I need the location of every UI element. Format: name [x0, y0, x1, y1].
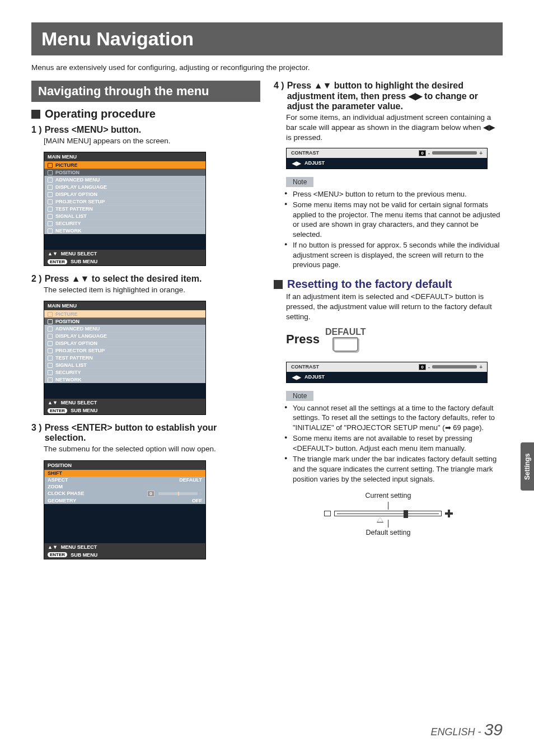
menu-item-label: DISPLAY LANGUAGE: [55, 333, 107, 339]
menu-item-label: PROJECTOR SETUP: [55, 348, 105, 353]
two-columns: Navigating through the menu Operating pr…: [31, 81, 503, 567]
note-item: Some menu items may not be valid for cer…: [286, 200, 503, 239]
step4-title: Press ▲▼ button to highlight the desired…: [287, 81, 503, 111]
submenu-gap: [44, 504, 205, 543]
menu-item-label: SECURITY: [55, 370, 81, 375]
row-key: ASPECT: [48, 477, 68, 483]
submenu-row: ASPECTDEFAULT: [44, 477, 205, 483]
note-item: Press <MENU> button to return to the pre…: [286, 189, 503, 199]
menu-gap: [44, 234, 205, 250]
footer-page-number: 39: [484, 720, 503, 739]
step4-heading: 4 ) Press ▲▼ button to highlight the des…: [274, 81, 503, 111]
menu-gap: [44, 383, 205, 399]
menu2-item: PICTURE: [44, 310, 205, 318]
menu1-item: DISPLAY OPTION: [44, 190, 205, 198]
press-default: Press DEFAULT: [286, 327, 503, 352]
step2-title: Press ▲▼ to select the desired item.: [45, 274, 202, 284]
menu-item-label: PICTURE: [55, 162, 78, 168]
submenu-footer: ▲▼MENU SELECT ENTERSUB MENU: [44, 543, 205, 559]
row-key: SHIFT: [48, 470, 62, 476]
menu-item-icon: [48, 341, 53, 346]
menu-item-label: TEST PATTERN: [55, 206, 93, 212]
menu-select-label: MENU SELECT: [61, 544, 97, 550]
menu-item-icon: [48, 312, 53, 317]
menu-item-label: DISPLAY OPTION: [55, 340, 97, 346]
menu-item-icon: [48, 348, 53, 353]
callout-line-icon: [388, 502, 388, 510]
menu1-footer: ▲▼MENU SELECT ENTERSUB MENU: [44, 250, 205, 265]
menu-item-icon: [48, 170, 53, 175]
position-submenu: POSITION SHIFT ASPECTDEFAULT ZOOM CLOCK …: [44, 460, 206, 559]
menu2-item: DISPLAY OPTION: [44, 339, 205, 347]
menu-item-icon: [48, 363, 53, 368]
row-key: GEOMETRY: [48, 498, 76, 503]
menu1-item: ADVANCED MENU: [44, 176, 205, 183]
menu-select-label: MENU SELECT: [61, 251, 97, 256]
step4-number: 4 ): [274, 81, 284, 111]
reset-heading: Resetting to the factory default: [274, 278, 503, 291]
note-label: Note: [286, 391, 313, 401]
leftright-icon: ◀▶: [292, 374, 301, 380]
reset-para: If an adjustment item is selected and <D…: [286, 292, 503, 323]
slider-diagram-icon: [334, 511, 442, 516]
menu2-item: PROJECTOR SETUP: [44, 347, 205, 354]
step1-number: 1 ): [31, 125, 42, 135]
menu1-item: POSITION: [44, 169, 205, 176]
menu-item-label: ADVANCED MENU: [55, 177, 100, 183]
default-setting-label: Default setting: [324, 529, 453, 536]
menu2-item: ADVANCED MENU: [44, 325, 205, 332]
menu1-item: TEST PATTERN: [44, 205, 205, 212]
menu1-item: NETWORK: [44, 227, 205, 234]
contrast-value: 0: [419, 364, 425, 370]
notes-list-1: Press <MENU> button to return to the pre…: [286, 189, 503, 270]
page-footer: ENGLISH - 39: [431, 720, 503, 739]
leftright-icon: ◀▶: [292, 160, 301, 166]
sub-menu-label: SUB MENU: [71, 552, 97, 558]
menu2-footer: ▲▼MENU SELECT ENTERSUB MENU: [44, 399, 205, 414]
step1-heading: 1 ) Press <MENU> button.: [31, 125, 260, 135]
step1-title: Press <MENU> button.: [45, 125, 141, 135]
current-setting-label: Current setting: [324, 492, 453, 500]
step2-heading: 2 ) Press ▲▼ to select the desired item.: [31, 274, 260, 284]
step3-title: Press <ENTER> button to establish your s…: [45, 423, 260, 443]
step2-number: 2 ): [31, 274, 42, 284]
contrast-label: CONTRAST: [291, 364, 319, 370]
left-column: Navigating through the menu Operating pr…: [31, 81, 260, 567]
enter-pill-icon: ENTER: [48, 408, 67, 413]
square-bullet-icon: [31, 110, 40, 119]
adjust-label: ADJUST: [305, 160, 325, 166]
menu-item-label: NETWORK: [55, 377, 82, 382]
menu-item-icon: [48, 334, 53, 339]
right-column: 4 ) Press ▲▼ button to highlight the des…: [274, 81, 503, 567]
menu2-item: POSITION: [44, 318, 205, 325]
menu-item-icon: [48, 178, 53, 183]
row-val: 0: [147, 491, 154, 497]
row-key: ZOOM: [48, 484, 63, 489]
slider-icon: [432, 365, 477, 368]
contrast-label: CONTRAST: [291, 150, 319, 156]
bar-icon: [158, 492, 198, 495]
reset-heading-label: Resetting to the factory default: [287, 278, 452, 291]
menu1-item: SECURITY: [44, 220, 205, 227]
menu2-item: SECURITY: [44, 368, 205, 376]
updown-icon: ▲▼: [48, 251, 58, 256]
sub-menu-label: SUB MENU: [71, 408, 97, 413]
plus-box-icon: [445, 510, 453, 517]
adjust-label: ADJUST: [305, 374, 325, 380]
menu-item-icon: [48, 207, 53, 212]
menu-item-label: SECURITY: [55, 221, 81, 226]
submenu-row: GEOMETRYOFF: [44, 497, 205, 504]
menu-item-label: SIGNAL LIST: [55, 362, 87, 368]
menu1-item: PICTURE: [44, 161, 205, 169]
menu-item-icon: [48, 228, 53, 234]
operating-procedure-heading: Operating procedure: [31, 108, 260, 120]
step4-desc: For some items, an individual adjustment…: [286, 113, 503, 143]
menu-item-icon: [48, 199, 53, 204]
menu-item-label: DISPLAY LANGUAGE: [55, 184, 107, 190]
menu-item-icon: [48, 192, 53, 197]
note-item: Some menu items are not available to res…: [286, 433, 503, 453]
menu2-item: DISPLAY LANGUAGE: [44, 332, 205, 339]
submenu-row: CLOCK PHASE0-+: [44, 490, 205, 497]
menu-item-label: NETWORK: [55, 228, 82, 234]
menu2-header: MAIN MENU: [44, 301, 205, 310]
